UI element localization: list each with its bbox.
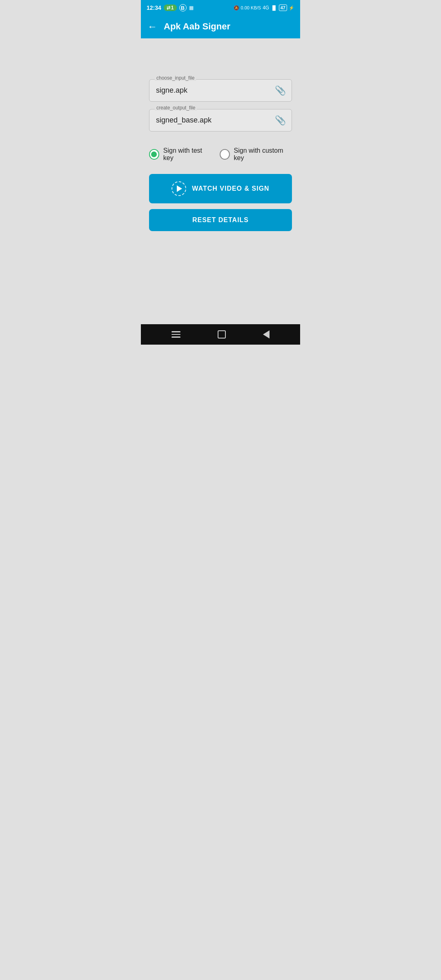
notification-count: 1 <box>171 5 174 11</box>
input-file-group: choose_input_file signe.apk 📎 <box>149 79 292 102</box>
b-icon: B <box>179 4 187 11</box>
play-triangle-icon <box>177 185 182 192</box>
output-file-group: create_output_file signed_base.apk 📎 <box>149 109 292 131</box>
input-file-value: signe.apk <box>156 86 187 95</box>
app-bar: ← Apk Aab Signer <box>141 15 300 38</box>
output-file-value: signed_base.apk <box>156 116 212 125</box>
network-speed: 0.00 KB/S <box>241 5 261 10</box>
input-file-field[interactable]: signe.apk 📎 <box>149 79 292 102</box>
home-square-icon[interactable] <box>218 330 226 339</box>
network-type-icon: 4G <box>263 5 269 11</box>
watch-sign-button[interactable]: WATCH VIDEO & SIGN <box>149 174 292 203</box>
back-button[interactable]: ← <box>147 21 157 32</box>
radio-custom-key[interactable]: Sign with custom key <box>220 147 292 162</box>
top-spacer <box>149 47 292 79</box>
charging-icon: ⚡ <box>289 5 294 11</box>
radio-circle-custom <box>220 149 230 160</box>
battery-level: 47 <box>279 4 287 11</box>
wifi-icon: ⇄ <box>167 5 170 11</box>
signal-bars-icon: ▐▌ <box>271 5 277 10</box>
reset-button[interactable]: RESET DETAILS <box>149 209 292 231</box>
radio-circle-test <box>149 149 159 160</box>
sim-icon: ▦ <box>189 5 194 11</box>
attach-icon: 📎 <box>275 85 286 96</box>
output-file-field[interactable]: signed_base.apk 📎 <box>149 109 292 131</box>
status-bar: 12:34 ⇄ 1 B ▦ 🔕 0.00 KB/S 4G ▐▌ 47 ⚡ <box>141 0 300 15</box>
radio-inner-test <box>151 151 157 157</box>
back-nav-icon[interactable] <box>263 330 270 339</box>
status-right: 🔕 0.00 KB/S 4G ▐▌ 47 ⚡ <box>234 4 294 11</box>
watch-sign-label: WATCH VIDEO & SIGN <box>192 185 269 192</box>
input-file-label: choose_input_file <box>155 75 196 81</box>
status-left: 12:34 ⇄ 1 B ▦ <box>147 4 194 11</box>
reset-label: RESET DETAILS <box>192 216 249 223</box>
app-title: Apk Aab Signer <box>164 21 230 32</box>
nav-bar <box>141 324 300 345</box>
status-time: 12:34 <box>147 4 161 11</box>
attach-icon-2: 📎 <box>275 115 286 126</box>
radio-group: Sign with test key Sign with custom key <box>149 147 292 162</box>
radio-test-key-label: Sign with test key <box>163 147 212 162</box>
mute-icon: 🔕 <box>234 5 239 11</box>
notification-pill: ⇄ 1 <box>164 4 177 11</box>
radio-test-key[interactable]: Sign with test key <box>149 147 212 162</box>
main-content: choose_input_file signe.apk 📎 create_out… <box>141 38 300 324</box>
hamburger-menu-icon[interactable] <box>172 331 180 338</box>
play-circle-icon <box>172 181 186 196</box>
output-file-label: create_output_file <box>155 105 197 111</box>
radio-custom-key-label: Sign with custom key <box>234 147 292 162</box>
